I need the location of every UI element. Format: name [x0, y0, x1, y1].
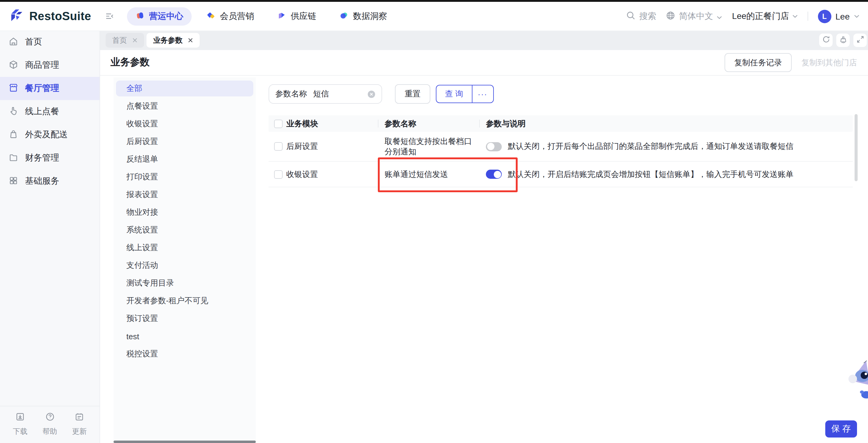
help-button[interactable]: 帮助 — [36, 412, 64, 437]
param-name-label: 参数名称 — [275, 89, 307, 99]
page-content: 业务参数 复制任务记录 复制到其他门店 全部 点餐设置 收银设置 后厨设置 反结… — [99, 50, 868, 443]
reset-button[interactable]: 重置 — [395, 84, 430, 104]
left-sidebar: 首页 商品管理 餐厅管理 — [0, 31, 100, 443]
navbar-divider — [807, 11, 808, 21]
clean-button[interactable] — [836, 34, 850, 47]
save-button[interactable]: 保 存 — [825, 420, 857, 438]
supply-chain-icon — [277, 11, 287, 22]
category-item[interactable]: 点餐设置 — [116, 98, 253, 114]
app-root: RestoSuite 营运中心 — [0, 0, 868, 443]
sidebar-item-delivery[interactable]: 外卖及配送 — [0, 123, 99, 147]
close-icon[interactable] — [188, 38, 193, 43]
category-item[interactable]: 支付活动 — [116, 257, 253, 273]
finance-icon — [8, 152, 18, 164]
category-item[interactable]: 预订设置 — [116, 311, 253, 326]
row-cell-checkbox — [269, 142, 286, 151]
category-item[interactable]: 反结退单 — [116, 151, 253, 167]
tab-business-params[interactable]: 业务参数 — [147, 33, 199, 48]
category-item[interactable]: 收银设置 — [116, 116, 253, 132]
sidebar-footer: 下载 帮助 更新 — [0, 406, 99, 443]
close-icon[interactable] — [132, 38, 137, 43]
param-name-input[interactable]: 短信 — [313, 89, 361, 99]
sidebar-item-products[interactable]: 商品管理 — [0, 54, 99, 77]
row-checkbox[interactable] — [274, 170, 283, 179]
query-button[interactable]: 查 询 — [436, 86, 471, 102]
nav-item-label: 会员营销 — [220, 11, 254, 22]
navbar-right: 搜索 简体中文 Lee的正餐门店 — [627, 9, 868, 23]
category-item-all[interactable]: 全部 — [116, 81, 253, 96]
more-actions-button[interactable]: ··· — [472, 86, 493, 102]
download-icon — [15, 412, 25, 423]
column-header-desc: 参数与说明 — [486, 115, 853, 132]
tab-home[interactable]: 首页 — [105, 33, 144, 48]
fullscreen-icon — [856, 35, 864, 45]
basic-services-icon — [8, 176, 18, 187]
fullscreen-button[interactable] — [854, 34, 867, 47]
tab-strip: 首页 业务参数 — [99, 31, 868, 50]
vertical-scrollbar[interactable] — [855, 114, 858, 181]
primary-nav: 营运中心 会员营销 供应链 — [127, 7, 396, 25]
row-checkbox[interactable] — [274, 142, 283, 151]
user-menu[interactable]: L Lee — [818, 9, 860, 23]
category-item[interactable]: 测试专用目录 — [116, 275, 253, 291]
param-name-field[interactable]: 参数名称 短信 — [269, 84, 382, 104]
category-item[interactable]: test — [116, 328, 253, 344]
table-row: 收银设置 账单通过短信发送 默认关闭，开启后结账完成页会增加按钮【短信账单】，输… — [269, 162, 853, 187]
category-item[interactable]: 物业对接 — [116, 204, 253, 220]
operations-icon — [136, 11, 145, 22]
category-item[interactable]: 系统设置 — [116, 222, 253, 238]
clear-input-icon[interactable] — [368, 90, 375, 98]
language-label: 简体中文 — [679, 11, 713, 22]
download-label: 下载 — [13, 426, 28, 437]
nav-item-label: 数据洞察 — [353, 11, 387, 22]
restaurant-icon — [8, 83, 18, 94]
query-button-group: 查 询 ··· — [436, 85, 494, 103]
collapse-sidebar-icon[interactable] — [105, 11, 115, 21]
home-icon — [8, 36, 18, 48]
cell-module: 后厨设置 — [286, 141, 384, 152]
table-row: 后厨设置 取餐短信支持按出餐档口分别通知 默认关闭，打开后每个出品部门的菜品全部… — [269, 132, 853, 162]
category-item[interactable]: 报表设置 — [116, 187, 253, 202]
copy-task-record-button[interactable]: 复制任务记录 — [724, 53, 792, 72]
sidebar-item-label: 餐厅管理 — [25, 83, 59, 94]
sidebar-item-finance[interactable]: 财务管理 — [0, 147, 99, 170]
top-navbar: RestoSuite 营运中心 — [0, 2, 868, 31]
column-header-param: 参数名称 — [384, 115, 486, 132]
param-toggle[interactable] — [486, 170, 502, 179]
clean-icon — [839, 35, 847, 45]
sidebar-item-home[interactable]: 首页 — [0, 31, 99, 54]
search-label: 搜索 — [640, 11, 656, 22]
download-button[interactable]: 下载 — [6, 412, 34, 437]
nav-item-membership[interactable]: 会员营销 — [198, 7, 263, 25]
assistant-mascot[interactable] — [848, 360, 868, 400]
refresh-button[interactable] — [819, 34, 833, 47]
nav-item-operations[interactable]: 营运中心 — [127, 7, 192, 25]
store-selector[interactable]: Lee的正餐门店 — [732, 11, 798, 22]
sidebar-item-online-order[interactable]: 线上点餐 — [0, 100, 99, 123]
select-all-checkbox[interactable] — [274, 119, 283, 128]
global-search[interactable]: 搜索 — [627, 11, 656, 22]
category-item[interactable]: 打印设置 — [116, 169, 253, 185]
param-toggle[interactable] — [486, 142, 502, 151]
tab-strip-actions — [819, 34, 868, 47]
nav-item-label: 营运中心 — [149, 11, 183, 22]
copy-to-other-stores-button[interactable]: 复制到其他门店 — [802, 57, 857, 68]
category-item[interactable]: 后厨设置 — [116, 134, 253, 150]
chevron-down-icon — [717, 11, 722, 21]
nav-item-supply-chain[interactable]: 供应链 — [269, 7, 325, 25]
update-button[interactable]: 更新 — [65, 412, 93, 437]
data-insights-icon — [340, 11, 349, 22]
sidebar-item-basic-services[interactable]: 基础服务 — [0, 170, 99, 193]
nav-item-data-insights[interactable]: 数据洞察 — [331, 7, 396, 25]
horizontal-scrollbar[interactable] — [114, 441, 256, 443]
sidebar-item-restaurant[interactable]: 餐厅管理 — [0, 77, 99, 100]
brand-logo[interactable]: RestoSuite — [0, 8, 91, 24]
category-item[interactable]: 税控设置 — [116, 346, 253, 362]
category-item[interactable]: 开发者参数-租户不可见 — [116, 293, 253, 309]
user-name: Lee — [835, 11, 850, 21]
language-selector[interactable]: 简体中文 — [666, 11, 722, 22]
help-label: 帮助 — [42, 426, 57, 437]
help-icon — [45, 412, 55, 423]
toggle-knob — [494, 170, 501, 178]
category-item[interactable]: 线上设置 — [116, 240, 253, 256]
